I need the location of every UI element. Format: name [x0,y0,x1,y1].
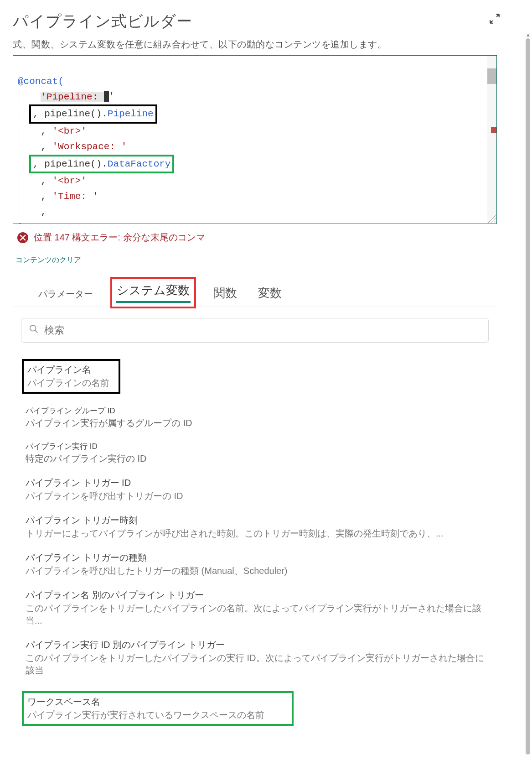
code-token: , [41,176,52,187]
item-title: パイプライン トリガー時刻 [26,514,484,526]
item-desc: このパイプラインをトリガーしたパイプラインの名前。次によってパイプライン実行がト… [26,602,484,627]
code-token: 'Time: ' [52,191,98,202]
item-title: パイプライン実行 ID [26,441,484,452]
page-subtitle: 式、関数、システム変数を任意に組み合わせて、以下の動的なコンテンツを追加します。 [13,38,497,51]
page-scrollbar[interactable]: ▲ ▼ [526,34,530,761]
list-item[interactable]: ワークスペース名 パイプライン実行が実行されているワークスペースの名前 [26,683,484,732]
item-desc: パイプライン実行が実行されているワークスペースの名前 [27,709,264,721]
tab-functions[interactable]: 関数 [210,281,241,307]
search-input[interactable] [44,324,481,336]
item-title: ワークスペース名 [27,696,264,708]
item-title: パイプライン トリガー ID [26,477,484,489]
error-text: 位置 147 構文エラー: 余分な末尾のコンマ [34,231,205,244]
list-item[interactable]: パイプライン名 別のパイプライン トリガー このパイプラインをトリガーしたパイプ… [26,583,484,633]
resize-handle[interactable] [488,215,496,223]
annotation-green-box: , pipeline().DataFactory [29,155,174,174]
item-desc: トリガーによってパイプラインが呼び出された時刻。このトリガー時刻は、実際の発生時… [26,527,484,540]
code-token: 'Workspace: ' [52,141,127,152]
tab-parameters[interactable]: パラメーター [35,283,97,307]
item-title: パイプライン実行 ID 別のパイプライン トリガー [26,639,484,651]
error-icon [17,232,28,243]
annotation-red-box: システム変数 [110,277,196,308]
item-desc: パイプラインの名前 [27,377,109,389]
list-item[interactable]: パイプライン実行 ID 別のパイプライン トリガー このパイプラインをトリガーし… [26,633,484,683]
cursor [104,91,109,102]
item-title: パイプライン グループ ID [26,406,484,416]
list-item[interactable]: パイプライン トリガー時刻 トリガーによってパイプラインが呼び出された時刻。この… [26,509,484,546]
tab-bar: パラメーター システム変数 関数 変数 [13,277,497,307]
list-item[interactable]: パイプライン名 パイプラインの名前 [26,354,484,400]
system-variable-list: パイプライン名 パイプラインの名前 パイプライン グループ ID パイプライン実… [13,354,497,750]
item-title: パイプライン名 別のパイプライン トリガー [26,589,484,601]
scroll-up-icon[interactable]: ▲ [526,32,530,37]
svg-point-0 [30,325,36,331]
code-token: '<br>' [52,176,87,187]
code-token: '<br>' [52,126,87,136]
annotation-black-box: パイプライン名 パイプラインの名前 [22,359,120,394]
search-icon [29,324,39,337]
annotation-green-box: ワークスペース名 パイプライン実行が実行されているワークスペースの名前 [22,691,294,726]
item-desc: パイプラインを呼び出すトリガーの ID [26,490,484,502]
item-desc: このパイプラインをトリガーしたパイプラインの実行 ID。次によってパイプライン実… [26,652,484,677]
item-desc: パイプライン実行が属するグループの ID [26,417,484,429]
code-token: 'Pipeline: [41,92,104,102]
tab-system-variables[interactable]: システム変数 [116,281,191,303]
error-message: 位置 147 構文エラー: 余分な末尾のコンマ [13,229,497,246]
code-token: ' [109,92,115,102]
item-desc: 特定のパイプライン実行の ID [26,453,484,465]
scroll-down-icon[interactable]: ▼ [526,760,530,761]
item-desc: パイプラインを呼び出したトリガーの種類 (Manual、Scheduler) [26,565,484,577]
list-item[interactable]: パイプライン グループ ID パイプライン実行が属するグループの ID [26,400,484,436]
code-token: , [41,191,52,202]
code-token: , [41,141,52,152]
list-item[interactable]: パイプライン実行 ID 特定のパイプライン実行の ID [26,436,484,471]
list-item[interactable]: パイプライン トリガーの種類 パイプラインを呼び出したトリガーの種類 (Manu… [26,546,484,583]
code-token: ) [18,222,24,224]
search-box[interactable] [21,318,489,343]
code-token: , [41,126,52,136]
editor-scrollbar[interactable] [487,56,496,224]
code-token: @concat( [18,76,64,87]
annotation-black-box: , pipeline().Pipeline [29,104,157,124]
item-title: パイプライン名 [27,364,109,376]
expression-editor[interactable]: @concat( 'Pipeline: ' , pipeline().Pipel… [13,55,497,224]
clear-content-link[interactable]: コンテンツのクリア [13,255,81,265]
item-title: パイプライン トリガーの種類 [26,552,484,564]
tab-variables[interactable]: 変数 [254,281,285,307]
page-title: パイプライン式ビルダー [13,11,497,32]
code-token: , [41,207,46,217]
list-item[interactable]: パイプライン トリガー ID パイプラインを呼び出すトリガーの ID [26,471,484,509]
expand-icon[interactable] [489,13,501,25]
